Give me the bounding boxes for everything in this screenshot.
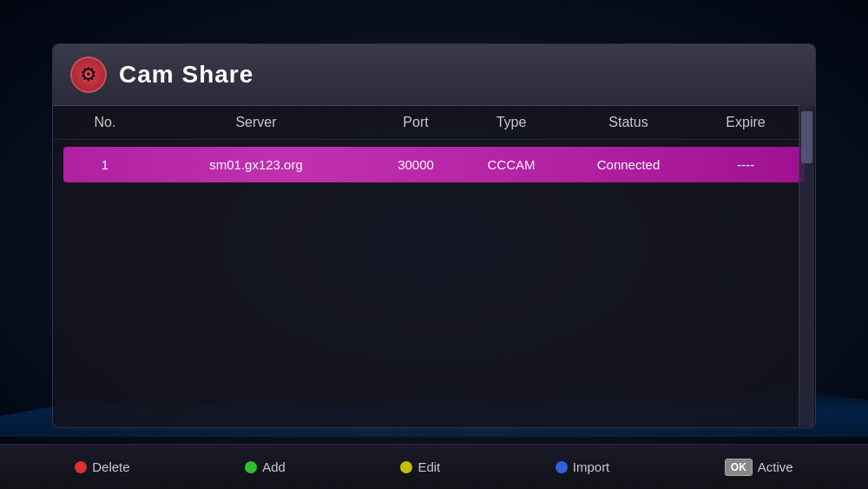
scrollbar-thumb[interactable] — [801, 111, 812, 163]
col-header-expire: Expire — [694, 115, 798, 130]
cell-status: Connected — [563, 157, 694, 172]
edit-button[interactable]: Edit — [400, 459, 440, 474]
scrollbar-track — [799, 104, 814, 426]
delete-button[interactable]: Delete — [75, 459, 129, 474]
cell-type: CCCAM — [459, 157, 563, 172]
import-icon — [556, 461, 568, 473]
cell-server: sm01.gx123.org — [140, 157, 372, 172]
import-label: Import — [573, 459, 610, 474]
col-header-status: Status — [563, 115, 694, 130]
edit-icon — [400, 461, 412, 473]
cell-expire: ---- — [694, 157, 798, 172]
delete-label: Delete — [92, 459, 129, 474]
toolbar: Delete Add Edit Import OK Active — [0, 444, 868, 489]
col-header-no: No. — [70, 115, 140, 130]
edit-label: Edit — [418, 459, 440, 474]
panel-header: ⚙ Cam Share — [53, 44, 815, 106]
col-header-server: Server — [140, 115, 372, 130]
table-row[interactable]: 1 sm01.gx123.org 30000 CCCAM Connected -… — [63, 147, 805, 182]
active-label: Active — [758, 459, 793, 474]
add-icon — [245, 461, 257, 473]
table-body: 1 sm01.gx123.org 30000 CCCAM Connected -… — [53, 140, 815, 427]
cell-no: 1 — [70, 157, 140, 172]
table-header: No. Server Port Type Status Expire — [53, 106, 815, 140]
import-button[interactable]: Import — [556, 459, 610, 474]
main-panel: ⚙ Cam Share No. Server Port Type Status … — [52, 43, 816, 428]
add-label: Add — [262, 459, 286, 474]
add-button[interactable]: Add — [245, 459, 286, 474]
ok-badge: OK — [725, 459, 753, 476]
gear-icon: ⚙ — [70, 56, 107, 93]
table-container: No. Server Port Type Status Expire 1 sm0… — [53, 106, 815, 427]
delete-icon — [75, 461, 87, 473]
panel-title: Cam Share — [119, 61, 253, 89]
cell-port: 30000 — [372, 157, 459, 172]
active-button[interactable]: OK Active — [725, 459, 793, 476]
col-header-port: Port — [372, 115, 459, 130]
col-header-type: Type — [459, 115, 563, 130]
